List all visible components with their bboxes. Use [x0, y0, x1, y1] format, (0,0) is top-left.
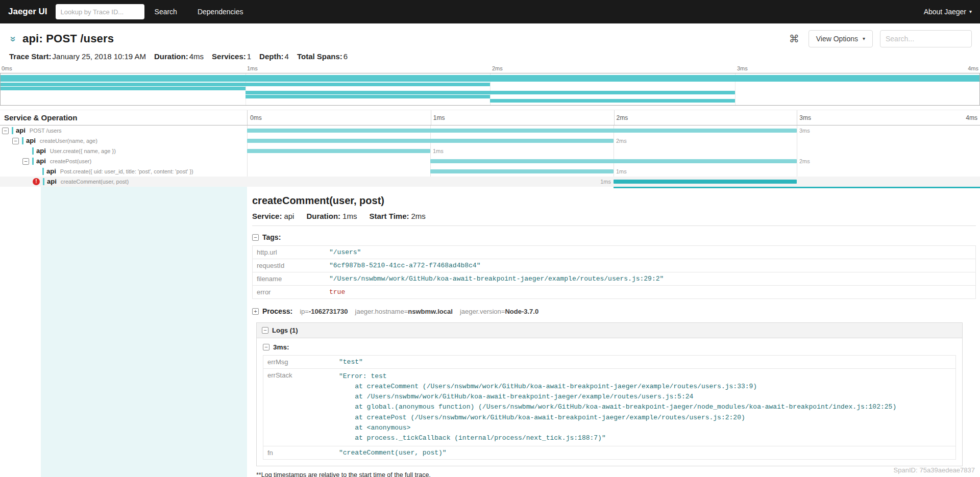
- tag-row: error true: [253, 286, 975, 299]
- axis-gridline: [431, 110, 431, 125]
- collapse-icon: −: [262, 327, 268, 334]
- logs-section-toggle[interactable]: − Logs (1): [257, 323, 962, 338]
- trace-header-controls: ⌘ View Options ▾: [787, 29, 972, 49]
- span-row[interactable]: − api createPost(user) 2ms: [0, 156, 980, 166]
- trace-title-row: » api: POST /users ⌘ View Options ▾: [8, 28, 972, 50]
- logs-section: − Logs (1) − 3ms: errMsg "test" er: [256, 322, 963, 466]
- span-name-cell: − api createPost(user): [0, 156, 247, 166]
- axis-gridline: [614, 110, 615, 125]
- service-name: api: [42, 168, 56, 175]
- span-name-cell: − api POST /users: [0, 125, 247, 136]
- tags-heading: Tags:: [262, 233, 281, 241]
- span-timeline-cell: 1ms: [247, 146, 980, 156]
- process-tag: jaeger.hostname=nswbmw.local: [355, 308, 453, 315]
- operation-name: createUser(name, age): [40, 138, 97, 144]
- log-fields-table: errMsg "test" errStack "Error: test at c…: [263, 355, 956, 460]
- process-section-toggle[interactable]: + Process: ip=-1062731730 jaeger.hostnam…: [252, 307, 976, 315]
- span-duration-bar[interactable]: [430, 159, 797, 163]
- tags-section-toggle[interactable]: − Tags:: [252, 233, 976, 241]
- span-row-selected[interactable]: ! api createComment(user, post) 1ms: [0, 177, 980, 187]
- timeline-header: Service & Operation 0ms 1ms 2ms 3ms 4ms: [0, 110, 980, 125]
- span-overview: Service:api Duration:1ms Start Time:2ms: [252, 212, 976, 226]
- caret-down-icon: ▾: [969, 9, 972, 14]
- span-detail-area: createComment(user, post) Service:api Du…: [0, 187, 980, 477]
- logs-heading: Logs (1): [272, 327, 298, 334]
- log-timestamps-footnote: **Log timestamps are relative to the sta…: [256, 471, 976, 477]
- jaeger-trace-page: Jaeger UI Search Dependencies About Jaeg…: [0, 0, 980, 477]
- trace-search-input[interactable]: [880, 30, 972, 47]
- span-row[interactable]: api Post.create({ uid: user_id, title: '…: [0, 166, 980, 177]
- app-logo[interactable]: Jaeger UI: [8, 7, 47, 17]
- minimap-canvas[interactable]: [0, 73, 980, 106]
- trace-duration: Duration:4ms: [154, 52, 204, 61]
- minimap-tick: 1ms: [247, 65, 258, 71]
- minimap-span-bar: [1, 87, 246, 90]
- nav-item-about-jaeger[interactable]: About Jaeger ▾: [924, 8, 972, 16]
- collapse-children-icon[interactable]: −: [12, 138, 19, 144]
- selected-span-accent: [614, 187, 980, 188]
- span-duration-label: 1ms: [616, 168, 627, 174]
- keyboard-shortcuts-button[interactable]: ⌘: [787, 33, 801, 45]
- minimap-tick: 4ms: [968, 65, 978, 71]
- span-duration-label: 2ms: [799, 158, 810, 164]
- span-name-cell: api User.create({ name, age }): [0, 146, 247, 156]
- caret-down-icon: ▾: [863, 36, 865, 41]
- span-duration-bar[interactable]: [247, 149, 430, 153]
- span-timeline-cell: 2ms: [247, 136, 980, 146]
- collapse-children-icon[interactable]: −: [22, 158, 29, 165]
- service-name: api: [32, 158, 46, 165]
- process-heading: Process:: [262, 307, 292, 315]
- span-detail-title: createComment(user, post): [252, 195, 976, 207]
- logs-body: − 3ms: errMsg "test" errStack "Error: te…: [257, 338, 962, 466]
- operation-name: createComment(user, post): [61, 179, 129, 185]
- log-field-row: fn "createComment(user, post)": [263, 446, 955, 460]
- span-row[interactable]: − api POST /users 3ms: [0, 125, 980, 136]
- span-duration-bar[interactable]: [247, 129, 797, 133]
- axis-gridline: [797, 110, 797, 125]
- view-options-button[interactable]: View Options ▾: [808, 30, 873, 47]
- process-tag: jaeger.version=Node-3.7.0: [460, 308, 538, 315]
- tag-row: http.url "/users": [253, 246, 975, 259]
- span-rows: − api POST /users 3ms − api createUser(n…: [0, 125, 980, 187]
- axis-tick: 3ms: [799, 114, 811, 121]
- timeline-axis: 0ms 1ms 2ms 3ms 4ms: [247, 110, 980, 125]
- span-duration-label: 1ms: [433, 148, 444, 154]
- trace-depth: Depth:4: [259, 52, 289, 61]
- minimap-tick: 3ms: [737, 65, 748, 71]
- minimap-span-bar: [246, 95, 491, 98]
- axis-tick: 0ms: [250, 114, 262, 121]
- trace-total-spans: Total Spans:6: [297, 52, 348, 61]
- span-name-cell: − api createUser(name, age): [0, 136, 247, 146]
- trace-lookup-input[interactable]: [56, 4, 144, 19]
- error-icon: !: [33, 178, 40, 185]
- operation-name: createPost(user): [50, 158, 91, 164]
- nav-item-search[interactable]: Search: [144, 0, 187, 23]
- service-name: api: [12, 127, 26, 134]
- minimap-span-bar: [490, 99, 735, 103]
- trace-start: Trace Start:January 25, 2018 10:19 AM: [9, 52, 146, 61]
- about-jaeger-label: About Jaeger: [924, 8, 966, 16]
- axis-tick: 1ms: [433, 114, 445, 121]
- axis-tick: 2ms: [617, 114, 628, 121]
- trace-title: api: POST /users: [22, 32, 114, 45]
- trace-minimap: 0ms 1ms 2ms 3ms 4ms: [0, 65, 980, 106]
- collapse-trace-detail-icon[interactable]: »: [8, 34, 19, 44]
- span-duration-bar[interactable]: [614, 180, 797, 184]
- detail-start-time: Start Time:2ms: [369, 212, 425, 220]
- minimap-tick: 2ms: [492, 65, 503, 71]
- span-duration-bar[interactable]: [430, 169, 614, 173]
- log-field-row: errStack "Error: test at createComment (…: [263, 369, 955, 446]
- span-timeline-cell: 1ms: [247, 177, 980, 187]
- log-entry-time: 3ms:: [273, 343, 289, 351]
- log-entry-toggle[interactable]: − 3ms:: [263, 343, 956, 351]
- nav-item-dependencies[interactable]: Dependencies: [187, 0, 254, 23]
- minimap-span-bar: [1, 83, 490, 86]
- span-duration-label: 1ms: [600, 179, 611, 185]
- span-duration-bar[interactable]: [247, 139, 614, 143]
- span-row[interactable]: − api createUser(name, age) 2ms: [0, 136, 980, 146]
- span-row[interactable]: api User.create({ name, age }) 1ms: [0, 146, 980, 156]
- minimap-ticks: 0ms 1ms 2ms 3ms 4ms: [0, 65, 980, 73]
- collapse-children-icon[interactable]: −: [2, 128, 9, 134]
- span-name-cell: ! api createComment(user, post): [0, 177, 247, 187]
- tags-table: http.url "/users" requestId "6cf987b8-52…: [252, 245, 976, 299]
